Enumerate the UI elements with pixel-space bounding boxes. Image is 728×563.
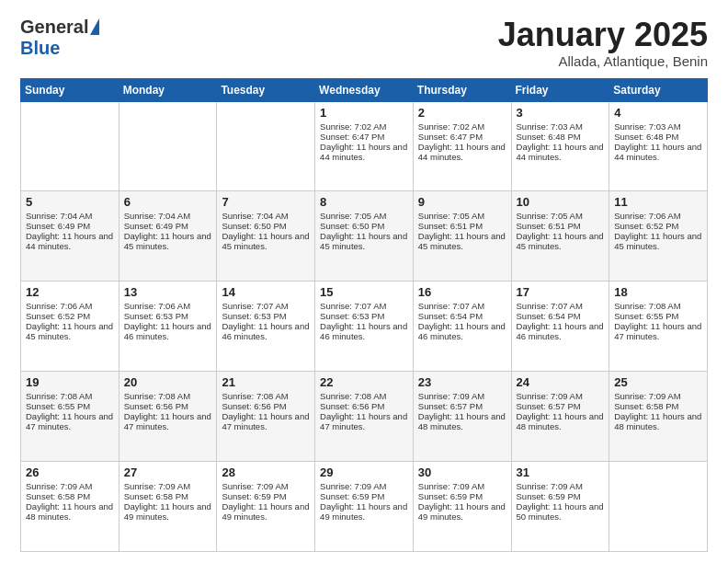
daylight-text: Daylight: 11 hours and 48 minutes. xyxy=(26,501,114,522)
calendar-row: 26Sunrise: 7:09 AMSunset: 6:58 PMDayligh… xyxy=(21,462,708,552)
sunset-text: Sunset: 6:50 PM xyxy=(320,221,408,231)
header-monday: Monday xyxy=(119,78,217,101)
day-number: 1 xyxy=(320,106,408,120)
daylight-text: Daylight: 11 hours and 45 minutes. xyxy=(418,231,506,251)
day-number: 30 xyxy=(418,465,506,479)
sunrise-text: Sunrise: 7:09 AM xyxy=(26,481,114,491)
calendar-cell: 11Sunrise: 7:06 AMSunset: 6:52 PMDayligh… xyxy=(609,191,708,282)
daylight-text: Daylight: 11 hours and 46 minutes. xyxy=(222,321,310,341)
day-number: 17 xyxy=(517,285,605,299)
sunrise-text: Sunrise: 7:08 AM xyxy=(26,391,114,401)
calendar-cell: 15Sunrise: 7:07 AMSunset: 6:53 PMDayligh… xyxy=(315,282,414,372)
calendar-cell: 30Sunrise: 7:09 AMSunset: 6:59 PMDayligh… xyxy=(413,462,511,552)
sunset-text: Sunset: 6:58 PM xyxy=(124,491,212,501)
sunset-text: Sunset: 6:52 PM xyxy=(26,311,114,321)
sunset-text: Sunset: 6:51 PM xyxy=(517,221,605,231)
day-number: 10 xyxy=(517,195,605,209)
sunset-text: Sunset: 6:56 PM xyxy=(320,401,408,411)
sunset-text: Sunset: 6:48 PM xyxy=(614,132,702,142)
calendar-cell: 10Sunrise: 7:05 AMSunset: 6:51 PMDayligh… xyxy=(511,191,609,282)
calendar-cell: 26Sunrise: 7:09 AMSunset: 6:58 PMDayligh… xyxy=(21,462,119,552)
day-number: 9 xyxy=(418,195,506,209)
calendar-cell: 14Sunrise: 7:07 AMSunset: 6:53 PMDayligh… xyxy=(217,282,315,372)
sunset-text: Sunset: 6:55 PM xyxy=(614,311,702,321)
calendar-cell: 3Sunrise: 7:03 AMSunset: 6:48 PMDaylight… xyxy=(511,101,609,191)
daylight-text: Daylight: 11 hours and 44 minutes. xyxy=(517,142,605,162)
sunset-text: Sunset: 6:59 PM xyxy=(517,491,605,501)
header-tuesday: Tuesday xyxy=(217,78,315,101)
calendar-cell: 18Sunrise: 7:08 AMSunset: 6:55 PMDayligh… xyxy=(609,282,708,372)
calendar-cell: 4Sunrise: 7:03 AMSunset: 6:48 PMDaylight… xyxy=(609,101,708,191)
calendar-cell: 29Sunrise: 7:09 AMSunset: 6:59 PMDayligh… xyxy=(315,462,414,552)
sunrise-text: Sunrise: 7:07 AM xyxy=(222,301,310,311)
sunrise-text: Sunrise: 7:07 AM xyxy=(320,301,408,311)
calendar-cell: 5Sunrise: 7:04 AMSunset: 6:49 PMDaylight… xyxy=(21,191,119,282)
sunset-text: Sunset: 6:59 PM xyxy=(222,491,310,501)
daylight-text: Daylight: 11 hours and 45 minutes. xyxy=(320,231,408,251)
sunrise-text: Sunrise: 7:08 AM xyxy=(614,301,702,311)
sunset-text: Sunset: 6:54 PM xyxy=(517,311,605,321)
daylight-text: Daylight: 11 hours and 44 minutes. xyxy=(614,142,702,162)
day-number: 12 xyxy=(26,285,114,299)
logo: General Blue xyxy=(20,17,99,59)
sunset-text: Sunset: 6:49 PM xyxy=(26,221,114,231)
sunset-text: Sunset: 6:52 PM xyxy=(614,221,702,231)
day-number: 24 xyxy=(517,375,605,389)
calendar-cell: 22Sunrise: 7:08 AMSunset: 6:56 PMDayligh… xyxy=(315,372,414,462)
sunset-text: Sunset: 6:59 PM xyxy=(320,491,408,501)
location-subtitle: Allada, Atlantique, Benin xyxy=(498,53,708,69)
calendar-cell: 9Sunrise: 7:05 AMSunset: 6:51 PMDaylight… xyxy=(413,191,511,282)
sunrise-text: Sunrise: 7:03 AM xyxy=(614,121,702,132)
logo-blue-text: Blue xyxy=(20,38,60,59)
daylight-text: Daylight: 11 hours and 49 minutes. xyxy=(124,501,212,522)
calendar-cell: 31Sunrise: 7:09 AMSunset: 6:59 PMDayligh… xyxy=(511,462,609,552)
header-thursday: Thursday xyxy=(413,78,511,101)
calendar-cell xyxy=(119,101,217,191)
sunrise-text: Sunrise: 7:07 AM xyxy=(418,301,506,311)
sunrise-text: Sunrise: 7:02 AM xyxy=(320,121,408,132)
sunrise-text: Sunrise: 7:03 AM xyxy=(517,121,605,132)
day-number: 21 xyxy=(222,375,310,389)
sunrise-text: Sunrise: 7:08 AM xyxy=(124,391,212,401)
sunset-text: Sunset: 6:58 PM xyxy=(614,401,702,411)
calendar-row: 12Sunrise: 7:06 AMSunset: 6:52 PMDayligh… xyxy=(21,282,708,372)
sunrise-text: Sunrise: 7:09 AM xyxy=(517,481,605,491)
day-number: 18 xyxy=(614,285,702,299)
day-number: 31 xyxy=(517,465,605,479)
sunrise-text: Sunrise: 7:09 AM xyxy=(320,481,408,491)
calendar-cell: 19Sunrise: 7:08 AMSunset: 6:55 PMDayligh… xyxy=(21,372,119,462)
day-number: 11 xyxy=(614,195,702,209)
daylight-text: Daylight: 11 hours and 47 minutes. xyxy=(124,411,212,431)
calendar-cell: 7Sunrise: 7:04 AMSunset: 6:50 PMDaylight… xyxy=(217,191,315,282)
sunset-text: Sunset: 6:49 PM xyxy=(124,221,212,231)
sunrise-text: Sunrise: 7:05 AM xyxy=(320,211,408,221)
calendar-table: Sunday Monday Tuesday Wednesday Thursday… xyxy=(20,78,708,552)
day-number: 2 xyxy=(418,106,506,120)
weekday-header-row: Sunday Monday Tuesday Wednesday Thursday… xyxy=(21,78,708,101)
sunrise-text: Sunrise: 7:09 AM xyxy=(124,481,212,491)
header-wednesday: Wednesday xyxy=(315,78,414,101)
calendar-cell: 28Sunrise: 7:09 AMSunset: 6:59 PMDayligh… xyxy=(217,462,315,552)
sunset-text: Sunset: 6:47 PM xyxy=(320,132,408,142)
sunrise-text: Sunrise: 7:09 AM xyxy=(517,391,605,401)
sunrise-text: Sunrise: 7:09 AM xyxy=(418,481,506,491)
daylight-text: Daylight: 11 hours and 46 minutes. xyxy=(418,321,506,341)
daylight-text: Daylight: 11 hours and 46 minutes. xyxy=(517,321,605,341)
calendar-cell: 6Sunrise: 7:04 AMSunset: 6:49 PMDaylight… xyxy=(119,191,217,282)
calendar-row: 19Sunrise: 7:08 AMSunset: 6:55 PMDayligh… xyxy=(21,372,708,462)
day-number: 29 xyxy=(320,465,408,479)
sunrise-text: Sunrise: 7:04 AM xyxy=(124,211,212,221)
daylight-text: Daylight: 11 hours and 45 minutes. xyxy=(222,231,310,251)
daylight-text: Daylight: 11 hours and 47 minutes. xyxy=(614,321,702,341)
calendar-row: 1Sunrise: 7:02 AMSunset: 6:47 PMDaylight… xyxy=(21,101,708,191)
daylight-text: Daylight: 11 hours and 46 minutes. xyxy=(320,321,408,341)
daylight-text: Daylight: 11 hours and 44 minutes. xyxy=(26,231,114,251)
calendar-row: 5Sunrise: 7:04 AMSunset: 6:49 PMDaylight… xyxy=(21,191,708,282)
day-number: 7 xyxy=(222,195,310,209)
daylight-text: Daylight: 11 hours and 49 minutes. xyxy=(418,501,506,522)
calendar-cell: 20Sunrise: 7:08 AMSunset: 6:56 PMDayligh… xyxy=(119,372,217,462)
daylight-text: Daylight: 11 hours and 44 minutes. xyxy=(320,142,408,162)
day-number: 20 xyxy=(124,375,212,389)
calendar-cell: 23Sunrise: 7:09 AMSunset: 6:57 PMDayligh… xyxy=(413,372,511,462)
day-number: 26 xyxy=(26,465,114,479)
